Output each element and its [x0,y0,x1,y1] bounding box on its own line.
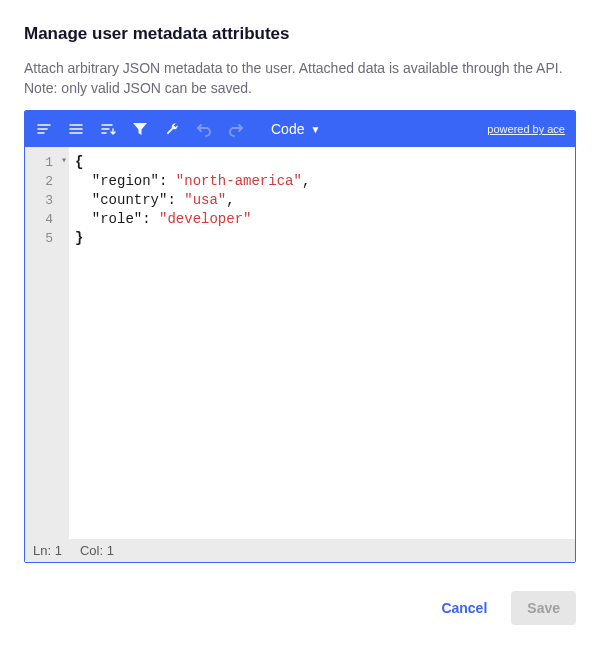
line-gutter: ▾ 1 2 3 4 5 [25,147,69,539]
collapse-all-icon[interactable] [67,120,85,138]
cancel-button[interactable]: Cancel [431,592,497,624]
line-number: 2 [25,172,65,191]
fold-toggle-icon[interactable]: ▾ [59,154,69,166]
undo-icon[interactable] [195,120,213,138]
page-description: Attach arbitrary JSON metadata to the us… [24,58,576,78]
line-number: 5 [25,229,65,248]
status-line: Ln: 1 [33,543,62,558]
page-note: Note: only valid JSON can be saved. [24,80,576,96]
chevron-down-icon: ▼ [310,124,320,135]
code-area: ▾ 1 2 3 4 5 { "region": "north-america",… [25,147,575,539]
redo-icon[interactable] [227,120,245,138]
mode-dropdown[interactable]: Code ▼ [271,121,320,137]
repair-icon[interactable] [163,120,181,138]
expand-all-icon[interactable] [35,120,53,138]
mode-dropdown-label: Code [271,121,304,137]
line-number: 3 [25,191,65,210]
page-title: Manage user metadata attributes [24,24,576,44]
status-col: Col: 1 [80,543,114,558]
code-content[interactable]: { "region": "north-america", "country": … [69,147,575,539]
filter-icon[interactable] [131,120,149,138]
editor-toolbar: Code ▼ powered by ace [25,111,575,147]
json-editor: Code ▼ powered by ace ▾ 1 2 3 4 5 { "reg… [24,110,576,563]
powered-by-link[interactable]: powered by ace [487,123,565,135]
save-button[interactable]: Save [511,591,576,625]
line-number: 4 [25,210,65,229]
sort-icon[interactable] [99,120,117,138]
dialog-footer: Cancel Save [24,591,576,625]
editor-statusbar: Ln: 1 Col: 1 [25,539,575,562]
